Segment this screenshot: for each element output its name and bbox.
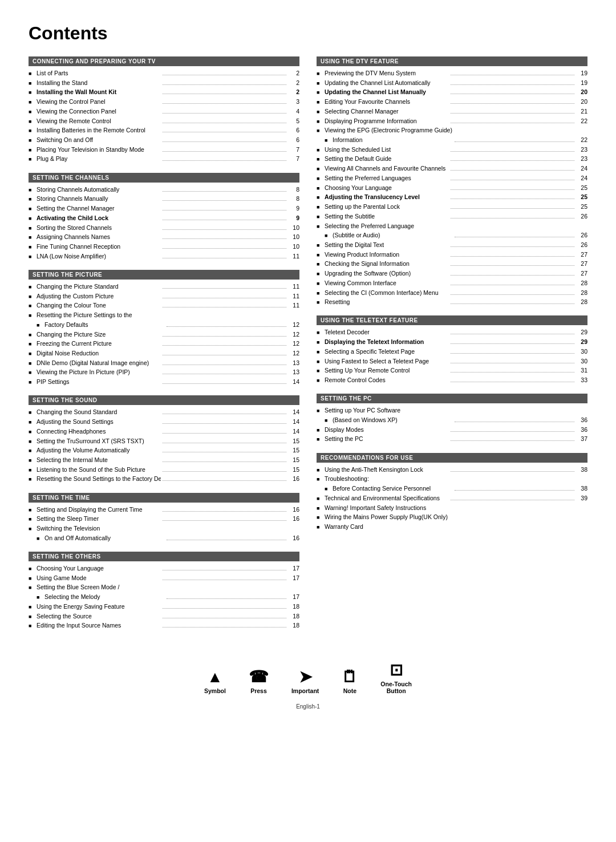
entry-text: Setting the Channel Manager <box>37 204 161 213</box>
toc-entry: ■Viewing Product Information27 <box>317 250 587 259</box>
dots <box>163 336 287 337</box>
toc-section: USING THE TELETEXT FEATURE■Teletext Deco… <box>317 315 587 384</box>
bullet-icon: ■ <box>317 280 325 288</box>
dots <box>163 580 287 580</box>
entry-text: (Subtitle or Audio) <box>333 231 453 240</box>
entry-text: Storing Channels Manually <box>37 195 161 203</box>
toc-entry: ■Setting up Your PC Software <box>317 406 587 415</box>
page-number: 23 <box>576 145 587 154</box>
bullet-icon: ■ <box>29 311 37 319</box>
dots <box>163 383 287 384</box>
entry-text: Wiring the Mains Power Supply Plug(UK On… <box>325 513 587 521</box>
toc-entry: ■Troubleshooting: <box>317 475 587 483</box>
page-number: 13 <box>288 368 299 377</box>
bullet-icon: ■ <box>29 98 37 106</box>
entry-text: Setting up the Parental Lock <box>325 203 449 211</box>
bullet-icon: ■ <box>325 136 333 144</box>
dots <box>451 189 575 190</box>
bullet-icon: ■ <box>29 466 37 474</box>
entry-text: Installing Batteries in the Remote Contr… <box>37 126 161 135</box>
toc-entry: ■Changing the Colour Tone11 <box>29 301 299 310</box>
page-number: 37 <box>576 435 587 443</box>
page-number: 18 <box>288 602 299 611</box>
bullet-icon: ■ <box>325 232 333 240</box>
bullet-icon: ■ <box>29 233 37 241</box>
entry-text: Viewing the EPG (Electronic Programme Gu… <box>325 126 587 135</box>
toc-entry: ■Setting the Blue Screen Mode / <box>29 583 299 592</box>
bullet-icon: ■ <box>317 127 325 135</box>
toc-entry: ■Adjusting the Volume Automatically15 <box>29 446 299 455</box>
bullet-icon: ■ <box>317 165 325 173</box>
entry-text: Viewing All Channels and Favourite Chann… <box>325 164 449 173</box>
entry-text: Installing the Wall Mount Kit <box>37 88 161 96</box>
toc-entry: ■Changing the Picture Size12 <box>29 330 299 339</box>
page-number: 11 <box>288 282 299 291</box>
page-number: 38 <box>576 465 587 474</box>
toc-entry: ■Selecting the Source18 <box>29 612 299 621</box>
entry-text: Selecting the Internal Mute <box>37 456 161 464</box>
bullet-icon: ■ <box>29 574 37 582</box>
toc-entry: ■Resetting the Sound Settings to the Fac… <box>29 475 299 483</box>
toc-entry: ■Selecting the Melody17 <box>37 593 299 601</box>
entry-text: Troubleshooting: <box>325 475 587 483</box>
toc-entry: ■Wiring the Mains Power Supply Plug(UK O… <box>317 513 587 521</box>
dots <box>163 608 287 609</box>
page-number: 4 <box>288 107 299 116</box>
page-number: 22 <box>576 117 587 126</box>
page-number: 25 <box>576 184 587 192</box>
toc-entry: ■Factory Defaults12 <box>37 321 299 329</box>
symbol-icon: ➤ <box>299 669 312 685</box>
entry-text: Using the Scheduled List <box>325 145 449 154</box>
toc-entry: ■Viewing the Remote Control5 <box>29 117 299 126</box>
symbol-label: Note <box>343 687 356 694</box>
page-number: 25 <box>576 203 587 211</box>
page-number: 14 <box>288 408 299 416</box>
bullet-icon: ■ <box>29 584 37 592</box>
page-number: 16 <box>288 475 299 483</box>
bullet-icon: ■ <box>29 253 37 261</box>
toc-section: SETTING THE SOUND■Changing the Sound Sta… <box>29 395 299 483</box>
bullet-icon: ■ <box>317 426 325 434</box>
symbol-item: 🗒Note <box>342 669 358 694</box>
bullet-icon: ■ <box>29 565 37 573</box>
entry-text: Viewing the Remote Control <box>37 117 161 126</box>
dots <box>451 113 575 114</box>
entry-text: Selecting the Melody <box>44 593 165 601</box>
page-number: 30 <box>576 357 587 366</box>
entry-text: Adjusting the Volume Automatically <box>37 446 161 455</box>
section-header: USING THE DTV FEATURE <box>317 56 587 66</box>
bullet-icon: ■ <box>317 260 325 268</box>
bullet-icon: ■ <box>29 369 37 377</box>
entry-text: Teletext Decoder <box>325 328 449 337</box>
symbol-icon: ☎ <box>249 669 269 685</box>
entry-text: Adjusting the Sound Settings <box>37 418 161 426</box>
entry-text: Setting the Blue Screen Mode / <box>37 583 299 592</box>
entry-text: Resetting the Sound Settings to the Fact… <box>37 475 161 483</box>
toc-entry: ■(Subtitle or Audio)26 <box>325 231 587 240</box>
toc-entry: ■Setting the Channel Manager9 <box>29 204 299 213</box>
bullet-icon: ■ <box>317 348 325 356</box>
entry-text: Setting up Your PC Software <box>325 406 587 415</box>
toc-entry: ■Resetting28 <box>317 298 587 306</box>
page-number: 10 <box>288 233 299 241</box>
toc-entry: ■Upgrading the Software (Option)27 <box>317 269 587 278</box>
dots <box>451 75 575 75</box>
page-number: 8 <box>288 185 299 194</box>
page-number: 28 <box>576 289 587 297</box>
page-number: 19 <box>576 69 587 78</box>
entry-text: Selecting the Preferred Language <box>325 222 587 230</box>
dots <box>163 345 287 346</box>
page-number: 19 <box>576 79 587 87</box>
entry-text: Changing the Sound Standard <box>37 408 161 416</box>
entry-text: Using the Energy Saving Feature <box>37 602 161 611</box>
bullet-icon: ■ <box>29 79 37 87</box>
bullet-icon: ■ <box>317 367 325 375</box>
toc-entry: ■Viewing the Control Panel3 <box>29 98 299 106</box>
entry-text: DNIe Demo (Digital Natural Image engine) <box>37 359 161 367</box>
toc-entry: ■Setting up the Parental Lock25 <box>317 203 587 211</box>
bullet-icon: ■ <box>317 79 325 87</box>
toc-entry: ■Setting Up Your Remote Control31 <box>317 366 587 375</box>
bullet-icon: ■ <box>29 293 37 301</box>
entry-text: Checking the Signal Information <box>325 260 449 268</box>
symbol-label: Important <box>291 687 319 694</box>
